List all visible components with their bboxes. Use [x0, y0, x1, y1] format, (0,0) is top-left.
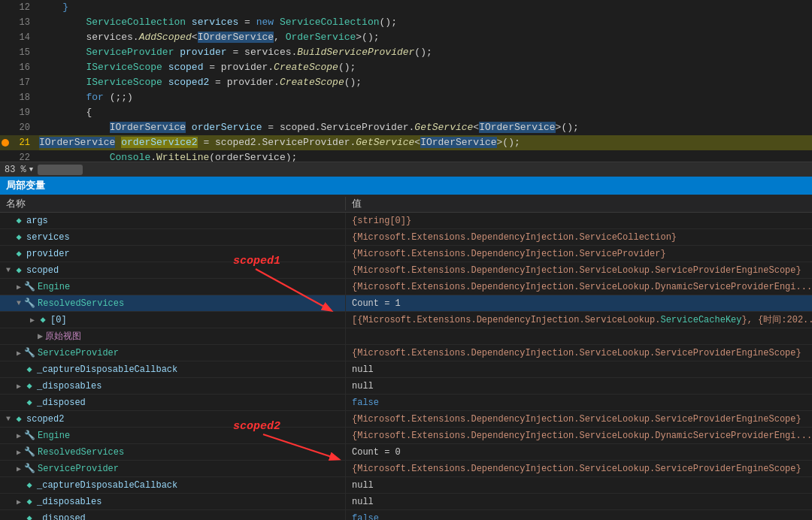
- row-value-capture1: null: [346, 364, 812, 375]
- cube-icon: ◆: [24, 398, 35, 408]
- app-container: 12 } 13 ServiceCollection services = new…: [0, 0, 812, 520]
- row-name-disposed1: ◆ _disposed: [0, 395, 346, 410]
- table-row[interactable]: ◆ _captureDisposableCallback null: [0, 361, 812, 378]
- expand-rawview1[interactable]: ▶: [38, 331, 43, 342]
- row-value-provider: {Microsoft.Extensions.DependencyInjectio…: [346, 249, 812, 259]
- row-value-disposed2: false: [346, 513, 812, 521]
- row-name-capture2: ◆ _captureDisposableCallback: [0, 477, 346, 493]
- table-row[interactable]: ◆ provider {Microsoft.Extensions.Depende…: [0, 246, 812, 262]
- code-line-17: 17 IServiceScope scoped2 = provider.Crea…: [0, 75, 812, 90]
- row-name-args: ◆ args: [0, 213, 346, 228]
- row-name-item0: ▶ ◆ [0]: [0, 312, 346, 328]
- code-line-16: 16 IServiceScope scoped = provider.Creat…: [0, 60, 812, 75]
- table-row[interactable]: ◆ services {Microsoft.Extensions.Depende…: [0, 229, 812, 246]
- row-name-scoped: ▼ ◆ scoped: [0, 262, 346, 278]
- row-value-disposables2: null: [346, 497, 812, 507]
- row-value-engine1: {Microsoft.Extensions.DependencyInjectio…: [346, 282, 812, 292]
- row-name-sp2: ▶ 🔧 ServiceProvider: [0, 461, 346, 476]
- dropdown-icon: ▼: [29, 166, 33, 174]
- expand-sp1[interactable]: ▶: [14, 348, 24, 358]
- code-line-22: 22 Console.WriteLine(orderService);: [0, 150, 812, 162]
- zoom-level[interactable]: 83 % ▼: [0, 165, 38, 175]
- expand-item0[interactable]: ▶: [27, 315, 38, 325]
- cube-icon: ◆: [24, 513, 35, 521]
- horizontal-scrollbar[interactable]: [38, 162, 812, 177]
- table-body: ◆ args {string[0]} ◆ services {Microsoft…: [0, 213, 812, 520]
- wrench-icon: 🔧: [24, 430, 35, 441]
- code-line-12: 12 }: [0, 0, 812, 15]
- table-row[interactable]: ▶ 🔧 ResolvedServices Count = 0: [0, 444, 812, 461]
- wrench-icon: 🔧: [24, 347, 35, 358]
- wrench-icon: 🔧: [24, 281, 35, 292]
- table-row[interactable]: ▼ 🔧 ResolvedServices Count = 1: [0, 295, 812, 312]
- locals-header: 局部变量: [0, 177, 812, 195]
- row-value-resolvedservices1: Count = 1: [346, 298, 812, 309]
- editor-bottom-bar: 83 % ▼: [0, 162, 812, 177]
- row-value-resolvedservices2: Count = 0: [346, 447, 812, 458]
- expand-engine2[interactable]: ▶: [14, 431, 24, 441]
- row-value-disposables1: null: [346, 381, 812, 392]
- table-row[interactable]: ◆ args {string[0]}: [0, 213, 812, 229]
- code-editor: 12 } 13 ServiceCollection services = new…: [0, 0, 812, 162]
- row-name-capture1: ◆ _captureDisposableCallback: [0, 361, 346, 377]
- row-value-engine2: {Microsoft.Extensions.DependencyInjectio…: [346, 431, 812, 441]
- row-value-item0: [{Microsoft.Extensions.DependencyInjecti…: [346, 313, 812, 326]
- wrench-icon: 🔧: [24, 298, 35, 309]
- expand-resolvedservices2[interactable]: ▶: [14, 447, 24, 458]
- scroll-thumb[interactable]: [38, 165, 83, 175]
- table-row[interactable]: ▶ 🔧 Engine {Microsoft.Extensions.Depende…: [0, 428, 812, 444]
- cube-icon: ◆: [14, 265, 24, 276]
- table-row[interactable]: ▶ 🔧 ServiceProvider {Microsoft.Extension…: [0, 345, 812, 361]
- row-value-args: {string[0]}: [346, 216, 812, 226]
- table-row[interactable]: ▶ ◆ [0] [{Microsoft.Extensions.Dependenc…: [0, 312, 812, 328]
- table-row[interactable]: ▼ ◆ scoped2 {Microsoft.Extensions.Depend…: [0, 411, 812, 428]
- row-value-disposed1: false: [346, 398, 812, 408]
- row-name-disposables1: ▶ ◆ _disposables: [0, 378, 346, 394]
- table-header: 名称 值: [0, 195, 812, 213]
- cube-icon: ◆: [38, 315, 48, 325]
- table-row[interactable]: ▶ 🔧 ServiceProvider {Microsoft.Extension…: [0, 461, 812, 477]
- col-name-header: 名称: [0, 197, 346, 210]
- cube-icon: ◆: [14, 232, 24, 243]
- row-name-disposed2: ◆ _disposed: [0, 510, 346, 520]
- code-line-14: 14 services.AddScoped<IOrderService, Ord…: [0, 30, 812, 45]
- row-name-resolvedservices1: ▼ 🔧 ResolvedServices: [0, 295, 346, 311]
- row-name-services: ◆ services: [0, 229, 346, 245]
- row-value-scoped: {Microsoft.Extensions.DependencyInjectio…: [346, 265, 812, 276]
- expand-scoped[interactable]: ▼: [3, 265, 14, 276]
- wrench-icon: 🔧: [24, 446, 35, 458]
- expand-scoped2[interactable]: ▼: [3, 414, 14, 425]
- expand-disposables1[interactable]: ▶: [14, 381, 24, 392]
- code-line-13: 13 ServiceCollection services = new Serv…: [0, 15, 812, 30]
- table-row[interactable]: ▶ ◆ _disposables null: [0, 494, 812, 510]
- expand-disposables2[interactable]: ▶: [14, 497, 24, 507]
- cube-icon: ◆: [24, 381, 35, 392]
- col-value-header: 值: [346, 197, 812, 210]
- table-row[interactable]: ▶ 原始视图: [0, 328, 812, 345]
- table-row[interactable]: ▼ ◆ scoped {Microsoft.Extensions.Depende…: [0, 262, 812, 279]
- wrench-icon: 🔧: [24, 463, 35, 474]
- row-name-resolvedservices2: ▶ 🔧 ResolvedServices: [0, 444, 346, 460]
- locals-panel: 局部变量 名称 值 ◆ args {string[0]} ◆: [0, 177, 812, 520]
- row-name-scoped2: ▼ ◆ scoped2: [0, 411, 346, 427]
- code-line-20: 20 IOrderService orderService = scoped.S…: [0, 120, 812, 135]
- expand-engine1[interactable]: ▶: [14, 282, 24, 292]
- cube-icon: ◆: [24, 480, 35, 491]
- table-row[interactable]: ▶ 🔧 Engine {Microsoft.Extensions.Depende…: [0, 279, 812, 295]
- row-name-engine2: ▶ 🔧 Engine: [0, 428, 346, 443]
- cube-icon: ◆: [24, 497, 35, 507]
- row-name-provider: ◆ provider: [0, 246, 346, 262]
- table-row[interactable]: ▶ ◆ _disposables null: [0, 378, 812, 395]
- expand-resolvedservices1[interactable]: ▼: [14, 298, 24, 309]
- table-row[interactable]: ◆ _captureDisposableCallback null: [0, 477, 812, 494]
- row-value-services: {Microsoft.Extensions.DependencyInjectio…: [346, 232, 812, 243]
- code-line-19: 19 {: [0, 105, 812, 120]
- row-value-sp1: {Microsoft.Extensions.DependencyInjectio…: [346, 348, 812, 358]
- cube-icon: ◆: [14, 249, 24, 259]
- table-row[interactable]: ◆ _disposed false: [0, 510, 812, 520]
- expand-sp2[interactable]: ▶: [14, 464, 24, 474]
- table-row[interactable]: ◆ _disposed false: [0, 395, 812, 411]
- row-value-capture2: null: [346, 480, 812, 491]
- row-value-scoped2: {Microsoft.Extensions.DependencyInjectio…: [346, 414, 812, 425]
- row-name-rawview1: ▶ 原始视图: [0, 328, 346, 344]
